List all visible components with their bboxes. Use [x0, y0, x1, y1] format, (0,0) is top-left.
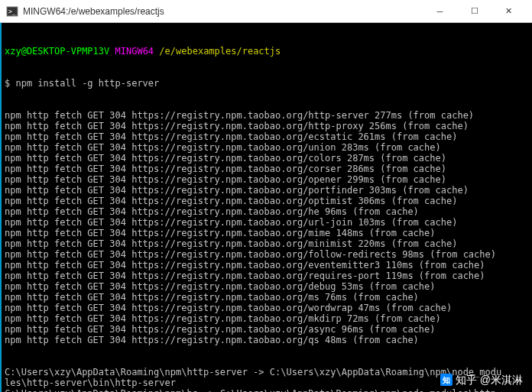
npm-fetch-line: npm http fetch GET 304 https://registry.…: [5, 206, 529, 217]
watermark-text: 知乎 @米淇淋: [456, 374, 523, 385]
npm-fetch-line: npm http fetch GET 304 https://registry.…: [5, 142, 529, 153]
current-path: /e/webexamples/reactjs: [159, 46, 281, 57]
watermark: 知 知乎 @米淇淋: [440, 374, 523, 386]
window-controls: ─ ☐ ✕: [423, 0, 526, 23]
npm-fetch-line: npm http fetch GET 304 https://registry.…: [5, 110, 529, 121]
npm-fetch-line: npm http fetch GET 304 https://registry.…: [5, 249, 529, 260]
user-host: xzy@DESKTOP-VPMP13V: [5, 46, 109, 57]
prompt-line: xzy@DESKTOP-VPMP13V MINGW64 /e/webexampl…: [5, 46, 529, 57]
npm-fetch-line: npm http fetch GET 304 https://registry.…: [5, 196, 529, 206]
npm-fetch-line: npm http fetch GET 304 https://registry.…: [5, 335, 529, 345]
npm-fetch-line: npm http fetch GET 304 https://registry.…: [5, 260, 529, 271]
npm-fetch-line: npm http fetch GET 304 https://registry.…: [5, 313, 529, 324]
npm-fetch-line: npm http fetch GET 304 https://registry.…: [5, 303, 529, 313]
npm-result-line: C:\Users\xzy\AppData\Roaming\npm\hs -> C…: [5, 388, 529, 392]
npm-fetch-line: npm http fetch GET 304 https://registry.…: [5, 153, 529, 164]
npm-fetch-line: npm http fetch GET 304 https://registry.…: [5, 164, 529, 174]
close-button[interactable]: ✕: [491, 0, 526, 23]
npm-fetch-line: npm http fetch GET 304 https://registry.…: [5, 238, 529, 249]
npm-fetch-line: npm http fetch GET 304 https://registry.…: [5, 228, 529, 238]
svg-text:知: 知: [442, 376, 450, 384]
zhihu-icon: 知: [440, 374, 453, 386]
minimize-button[interactable]: ─: [423, 0, 457, 23]
terminal-icon: >_: [6, 5, 18, 18]
terminal-output[interactable]: xzy@DESKTOP-VPMP13V MINGW64 /e/webexampl…: [0, 23, 532, 392]
titlebar: >_ MINGW64:/e/webexamples/reactjs ─ ☐ ✕: [0, 0, 532, 23]
npm-fetch-line: npm http fetch GET 304 https://registry.…: [5, 174, 529, 185]
svg-text:>_: >_: [8, 8, 16, 15]
npm-fetch-line: npm http fetch GET 304 https://registry.…: [5, 292, 529, 303]
npm-fetch-line: npm http fetch GET 304 https://registry.…: [5, 281, 529, 292]
window-title: MINGW64:/e/webexamples/reactjs: [23, 6, 423, 17]
command-line: $ npm install -g http-server: [5, 78, 529, 89]
npm-fetch-line: npm http fetch GET 304 https://registry.…: [5, 131, 529, 142]
npm-fetch-line: npm http fetch GET 304 https://registry.…: [5, 185, 529, 196]
npm-fetch-line: npm http fetch GET 304 https://registry.…: [5, 217, 529, 228]
shell-name: MINGW64: [115, 46, 154, 57]
npm-fetch-line: npm http fetch GET 304 https://registry.…: [5, 121, 529, 131]
npm-fetch-line: npm http fetch GET 304 https://registry.…: [5, 324, 529, 335]
maximize-button[interactable]: ☐: [457, 0, 491, 23]
npm-fetch-line: npm http fetch GET 304 https://registry.…: [5, 271, 529, 281]
